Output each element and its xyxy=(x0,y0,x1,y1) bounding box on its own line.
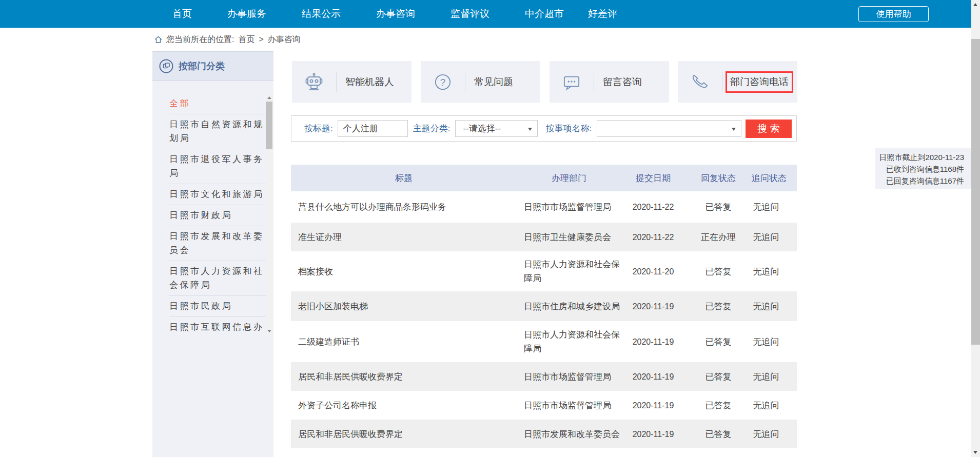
nav-item[interactable]: 首页 xyxy=(172,7,192,21)
cell-department: 日照市卫生健康委员会 xyxy=(517,223,621,251)
nav-item[interactable]: 办事咨询 xyxy=(376,7,415,21)
sidebar-item[interactable]: 全部 xyxy=(169,93,267,114)
cell-department: 日照市发展和改革委员会 xyxy=(517,420,621,448)
table-row[interactable]: 老旧小区加装电梯 日照市住房和城乡建设局 2020-11-19 已答复 无追问 xyxy=(291,291,797,321)
help-button[interactable]: 使用帮助 xyxy=(858,6,929,22)
nav-item[interactable]: 监督评议 xyxy=(450,7,489,21)
table-row[interactable]: 二级建造师证书 日照市人力资源和社会保障局 2020-11-19 已答复 无追问 xyxy=(291,321,797,362)
col-header-follow-status: 追问状态 xyxy=(752,165,797,191)
stats-line2: 已收到咨询信息1168件 xyxy=(875,163,964,175)
sidebar-item[interactable]: 日照市退役军人事务局 xyxy=(169,149,267,184)
col-header-department: 办理部门 xyxy=(517,165,621,191)
breadcrumb-home[interactable]: 首页 xyxy=(238,34,254,45)
category-icon xyxy=(159,59,173,73)
phone-icon xyxy=(691,73,709,91)
cell-reply-status: 已答复 xyxy=(685,191,752,223)
page-scrollbar-thumb[interactable] xyxy=(971,39,980,345)
tab-faq[interactable]: ? 常见问题 xyxy=(421,61,540,103)
cell-title[interactable]: 居民和非居民供暖收费界定 xyxy=(291,420,517,448)
cell-date: 2020-11-20 xyxy=(621,251,685,291)
tab-label-highlighted: 部门咨询电话 xyxy=(726,71,793,93)
top-nav: 首页办事服务结果公示办事咨询监督评议中介超市好差评 使用帮助 xyxy=(0,0,971,28)
cell-title[interactable]: 莒县什么地方可以办理商品条形码业务 xyxy=(291,191,517,223)
sidebar-item[interactable]: 日照市民政局 xyxy=(169,296,267,317)
cell-department: 日照市住房和城乡建设局 xyxy=(517,291,621,321)
sidebar-scrollbar-thumb[interactable] xyxy=(266,102,272,149)
search-item-label: 按事项名称: xyxy=(545,123,592,134)
cell-follow-status: 无追问 xyxy=(752,191,797,223)
sidebar-department-list: 全部日照市自然资源和规划局日照市退役军人事务局日照市文化和旅游局日照市财政局日照… xyxy=(169,93,267,337)
tab-department-phone[interactable]: 部门咨询电话 xyxy=(678,61,797,103)
cell-date: 2020-11-19 xyxy=(621,291,685,321)
robot-icon xyxy=(305,73,323,91)
cell-reply-status: 已答复 xyxy=(685,391,752,420)
cell-reply-status: 正在办理 xyxy=(685,223,752,251)
table-row[interactable]: 居民和非居民供暖收费界定 日照市发展和改革委员会 2020-11-19 已答复 … xyxy=(291,420,797,448)
table-row[interactable]: 档案接收 日照市人力资源和社会保障局 2020-11-20 已答复 无追问 xyxy=(291,251,797,291)
table-body: 莒县什么地方可以办理商品条形码业务 日照市市场监督管理局 2020-11-22 … xyxy=(291,191,797,448)
nav-item[interactable]: 好差评 xyxy=(588,7,617,21)
table-row[interactable]: 莒县什么地方可以办理商品条形码业务 日照市市场监督管理局 2020-11-22 … xyxy=(291,191,797,223)
search-item-select[interactable] xyxy=(597,120,741,137)
col-header-title: 标题 xyxy=(291,165,517,191)
cell-title[interactable]: 档案接收 xyxy=(291,251,517,291)
message-icon xyxy=(563,73,580,91)
tab-divider xyxy=(722,72,722,92)
svg-text:?: ? xyxy=(440,76,446,87)
table-row[interactable]: 外资子公司名称申报 日照市市场监督管理局 2020-11-19 已答复 无追问 xyxy=(291,391,797,420)
cell-title[interactable]: 外资子公司名称申报 xyxy=(291,391,517,420)
sidebar-item[interactable]: 日照市文化和旅游局 xyxy=(169,184,267,205)
cell-date: 2020-11-22 xyxy=(621,223,685,251)
nav-item[interactable]: 结果公示 xyxy=(302,7,341,21)
sidebar-scrollbar[interactable] xyxy=(266,94,272,335)
search-category-label: 主题分类: xyxy=(413,123,450,134)
table-row[interactable]: 居民和非居民供暖收费界定 日照市市场监督管理局 2020-11-19 已答复 无… xyxy=(291,362,797,391)
search-title-input[interactable] xyxy=(338,120,408,137)
sidebar-item[interactable]: 日照市互联网信息办 xyxy=(169,317,267,337)
home-icon xyxy=(154,35,163,44)
table-header-row: 标题 办理部门 提交日期 回复状态 追问状态 xyxy=(291,165,797,191)
sidebar-item[interactable]: 日照市自然资源和规划局 xyxy=(169,114,267,149)
cell-reply-status: 已答复 xyxy=(685,321,752,362)
tab-leave-message[interactable]: 留言咨询 xyxy=(550,61,669,103)
tab-divider xyxy=(594,72,594,92)
cell-reply-status: 已答复 xyxy=(685,291,752,321)
sidebar-scroll-down-icon[interactable] xyxy=(267,330,271,332)
cell-department: 日照市市场监督管理局 xyxy=(517,391,621,420)
sidebar-item[interactable]: 日照市发展和改革委员会 xyxy=(169,226,267,261)
sidebar-header: 按部门分类 xyxy=(152,52,273,81)
breadcrumb-current[interactable]: 办事咨询 xyxy=(268,34,301,45)
col-header-reply-status: 回复状态 xyxy=(685,165,752,191)
nav-item[interactable]: 中介超市 xyxy=(525,7,564,21)
cell-date: 2020-11-22 xyxy=(621,191,685,223)
cell-reply-status: 已答复 xyxy=(685,420,752,448)
breadcrumb-prefix: 您当前所在的位置: xyxy=(166,34,234,45)
page-scrollbar[interactable] xyxy=(971,0,980,457)
stats-line1: 日照市截止到2020-11-23 xyxy=(875,151,964,163)
cell-title[interactable]: 老旧小区加装电梯 xyxy=(291,291,517,321)
nav-item[interactable]: 办事服务 xyxy=(227,7,266,21)
cell-department: 日照市人力资源和社会保障局 xyxy=(517,251,621,291)
sidebar-scroll-up-icon[interactable] xyxy=(267,96,271,99)
cell-title[interactable]: 二级建造师证书 xyxy=(291,321,517,362)
search-title-label: 按标题: xyxy=(304,123,333,134)
page-scroll-up-icon[interactable] xyxy=(973,3,977,6)
search-category-select[interactable]: --请选择-- xyxy=(455,120,538,137)
tab-label: 常见问题 xyxy=(474,75,513,89)
cell-department: 日照市市场监督管理局 xyxy=(517,191,621,223)
page-scroll-down-icon[interactable] xyxy=(973,451,977,454)
cell-date: 2020-11-19 xyxy=(621,391,685,420)
breadcrumb: 您当前所在的位置: 首页 > 办事咨询 xyxy=(154,34,305,45)
table-row[interactable]: 准生证办理 日照市卫生健康委员会 2020-11-22 正在办理 无追问 xyxy=(291,223,797,251)
stats-line3: 已回复咨询信息1167件 xyxy=(875,175,964,187)
cell-title[interactable]: 准生证办理 xyxy=(291,223,517,251)
tab-divider xyxy=(336,72,337,92)
cell-reply-status: 已答复 xyxy=(685,251,752,291)
search-button[interactable]: 搜 索 xyxy=(746,120,792,138)
search-bar: 按标题: 主题分类: --请选择-- 按事项名称: 搜 索 xyxy=(291,115,797,142)
cell-follow-status: 无追问 xyxy=(752,223,797,251)
sidebar-item[interactable]: 日照市财政局 xyxy=(169,205,267,226)
tab-smart-robot[interactable]: 智能机器人 xyxy=(292,61,411,103)
cell-title[interactable]: 居民和非居民供暖收费界定 xyxy=(291,362,517,391)
sidebar-item[interactable]: 日照市人力资源和社会保障局 xyxy=(169,261,267,296)
